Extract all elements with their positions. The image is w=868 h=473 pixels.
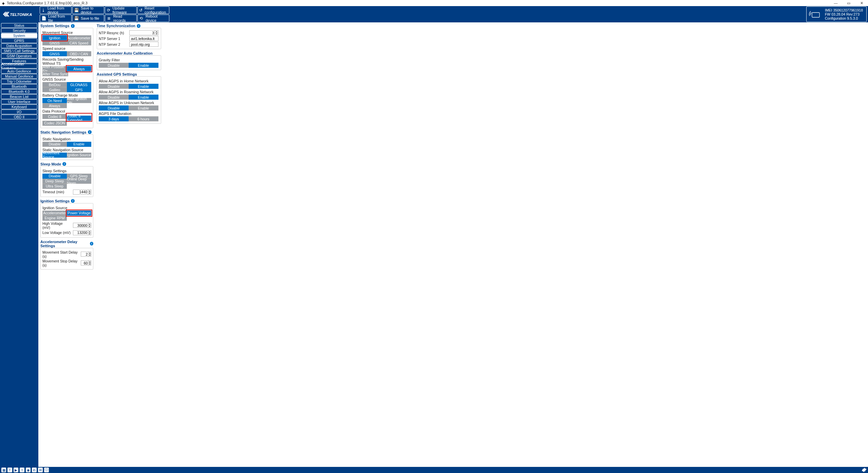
- sidebar-item-manual-geofence[interactable]: Manual Geofence: [1, 74, 37, 79]
- toolbar-btn-load-from-file[interactable]: 📄Load from file: [40, 15, 72, 22]
- minimize-button[interactable]: —: [829, 0, 842, 6]
- movement-source-can-speed[interactable]: CAN Speed: [67, 40, 91, 45]
- maximize-button[interactable]: ▭: [842, 0, 855, 6]
- ntp-server2-input[interactable]: [129, 42, 158, 47]
- static-nav-src-movement[interactable]: Movement Source: [42, 153, 67, 158]
- static-nav-disable[interactable]: Disable: [42, 142, 67, 147]
- sidebar-item-sms-call-settings[interactable]: SMS \ Call Settings: [1, 48, 37, 53]
- records-after-position-fix[interactable]: After Position Fix: [42, 66, 67, 71]
- toolbar-btn-read-records[interactable]: ≣Read records: [105, 15, 137, 22]
- chat-icon[interactable]: ✉: [38, 468, 43, 472]
- agps-unknown-disable[interactable]: Disable: [99, 105, 129, 111]
- gear-icon[interactable]: [861, 467, 867, 473]
- ignition-engine-rpm[interactable]: Engine RPM: [42, 216, 67, 221]
- sleep-ultra[interactable]: Ultra Sleep: [42, 184, 67, 189]
- movement-stop-delay-input[interactable]: ▲▼: [81, 260, 91, 265]
- info-icon[interactable]: i: [137, 24, 140, 28]
- sidebar-item-status[interactable]: Status: [1, 23, 37, 28]
- toolbar-btn-reset-configuration[interactable]: ↺Reset configuration: [137, 6, 169, 14]
- grid-icon[interactable]: ▦: [1, 468, 6, 472]
- agps-6hours[interactable]: 6 hours: [129, 116, 158, 121]
- info-icon[interactable]: i: [62, 162, 66, 166]
- toolbar-btn-load-from-device[interactable]: ⭳Load from device: [40, 6, 72, 14]
- codec8[interactable]: Codec 8: [42, 114, 67, 119]
- sidebar-item-system[interactable]: System: [1, 33, 37, 38]
- codec8-extended[interactable]: Codec 8 Extended: [67, 116, 91, 121]
- sidebar-item-keyboard[interactable]: Keyboard: [1, 104, 37, 109]
- sidebar-item-data-acquisition[interactable]: Data Acquisition: [1, 43, 37, 48]
- info-icon[interactable]: i: [71, 24, 75, 28]
- camera-icon[interactable]: ◉: [26, 468, 31, 472]
- spinner-up-icon[interactable]: ▲: [88, 223, 91, 225]
- close-button[interactable]: ✕: [855, 0, 868, 6]
- sidebar-item-accelerometer-features[interactable]: Accelerometer Features: [1, 64, 37, 68]
- agps-roam-disable[interactable]: Disable: [99, 95, 129, 100]
- sleep-disable[interactable]: Disable: [42, 174, 67, 179]
- static-nav-enable[interactable]: Enable: [67, 142, 91, 147]
- speed-source-obd[interactable]: OBD / CAN: [67, 51, 91, 56]
- low-voltage-input[interactable]: ▲▼: [73, 230, 91, 235]
- spinner-up-icon[interactable]: ▲: [88, 190, 91, 192]
- movement-source-ignition[interactable]: Ignition: [42, 35, 67, 40]
- youtube-icon[interactable]: ▶: [14, 468, 18, 472]
- sidebar-item-trip-odometer[interactable]: Trip \ Odometer: [1, 79, 37, 84]
- gnss-galileo[interactable]: Galileo: [42, 87, 67, 92]
- speed-source-gnss[interactable]: GNSS: [42, 51, 67, 56]
- toolbar-btn-save-to-device[interactable]: 💾Save to device: [72, 6, 104, 14]
- ntp-resync-input[interactable]: ▲▼: [129, 30, 158, 35]
- sidebar-item-user-interface[interactable]: User Interface: [1, 99, 37, 104]
- agps-roam-enable[interactable]: Enable: [129, 95, 158, 100]
- sidebar-item-i-o[interactable]: I/O: [1, 110, 37, 114]
- linkedin-icon[interactable]: in: [32, 468, 37, 472]
- toolbar-btn-update-firmware[interactable]: ⟳Update firmware: [105, 6, 137, 14]
- spinner-up-icon[interactable]: ▲: [155, 31, 158, 33]
- ignition-power-voltage[interactable]: Power Voltage: [67, 211, 91, 216]
- sidebar-item-beacon-list[interactable]: Beacon List: [1, 94, 37, 99]
- battery-after-ignition[interactable]: After Ignition ON: [67, 98, 91, 103]
- sidebar-item-obd-ii[interactable]: OBD II: [1, 115, 37, 119]
- battery-always[interactable]: Always: [42, 103, 67, 108]
- records-after-time-sync[interactable]: After Time Sync: [42, 71, 68, 76]
- gnss-gps[interactable]: GPS: [67, 87, 91, 92]
- sidebar-item-bluetooth[interactable]: Bluetooth: [1, 84, 37, 89]
- codec-json[interactable]: Codec JSON: [42, 121, 67, 126]
- movement-source-accelerometer[interactable]: Accelerometer: [67, 35, 91, 40]
- sidebar-item-gsm-operators[interactable]: GSM Operators: [1, 54, 37, 58]
- toolbar-btn-reboot-device[interactable]: ⟲Reboot device: [137, 15, 169, 22]
- records-always[interactable]: Always: [67, 66, 91, 71]
- toolbar-btn-save-to-file[interactable]: 💾Save to file: [72, 15, 104, 22]
- gnss-glonass[interactable]: GLONASS: [67, 82, 91, 87]
- spinner-down-icon[interactable]: ▼: [88, 225, 91, 228]
- high-voltage-input[interactable]: ▲▼: [73, 223, 91, 228]
- spinner-down-icon[interactable]: ▼: [88, 192, 91, 194]
- movement-start-delay-input[interactable]: ▲▼: [81, 252, 91, 257]
- spinner-down-icon[interactable]: ▼: [88, 254, 91, 256]
- battery-on-need[interactable]: On Need: [42, 98, 67, 103]
- gnss-beidou[interactable]: BeiDou: [42, 82, 67, 87]
- agps-home-disable[interactable]: Disable: [99, 84, 129, 89]
- info-icon[interactable]: i: [71, 199, 75, 203]
- help-icon[interactable]: ⓘ: [44, 468, 49, 472]
- spinner-up-icon[interactable]: ▲: [88, 252, 91, 254]
- ntp-server1-input[interactable]: [129, 36, 158, 41]
- facebook-icon[interactable]: f: [7, 468, 12, 472]
- info-icon[interactable]: i: [88, 130, 92, 134]
- sidebar-item-gprs[interactable]: GPRS: [1, 38, 37, 43]
- spinner-up-icon[interactable]: ▲: [88, 231, 91, 233]
- sidebar-item-security[interactable]: Security: [1, 28, 37, 33]
- spinner-down-icon[interactable]: ▼: [155, 33, 158, 35]
- sleep-online-deep[interactable]: Online Deep Sleep: [67, 179, 91, 184]
- gravity-filter-disable[interactable]: Disable: [99, 63, 129, 68]
- twitter-icon[interactable]: 𝕥: [20, 468, 24, 472]
- sleep-deep[interactable]: Deep Sleep: [42, 179, 67, 184]
- info-icon[interactable]: i: [90, 242, 93, 245]
- sidebar-item-auto-geofence[interactable]: Auto Geofence: [1, 69, 37, 74]
- static-nav-src-ignition[interactable]: Ignition Source: [67, 153, 91, 158]
- agps-home-enable[interactable]: Enable: [129, 84, 158, 89]
- sleep-timeout-input[interactable]: ▲▼: [73, 190, 91, 195]
- spinner-up-icon[interactable]: ▲: [88, 261, 91, 263]
- agps-3days[interactable]: 3 days: [99, 116, 129, 121]
- ignition-accelerometer[interactable]: Accelerometer: [42, 211, 67, 216]
- sidebar-item-bluetooth-4-0[interactable]: Bluetooth 4.0: [1, 89, 37, 94]
- spinner-down-icon[interactable]: ▼: [88, 263, 91, 265]
